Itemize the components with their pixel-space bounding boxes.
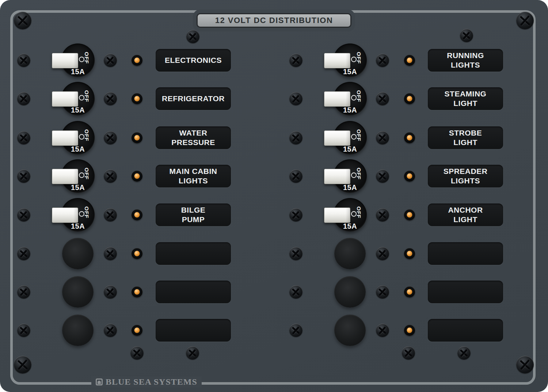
circuit-breaker[interactable]: OFF 15A	[333, 159, 367, 193]
panel-title: 12 VOLT DC DISTRIBUTION	[197, 13, 351, 28]
circuit-breaker[interactable]: OFF 15A	[61, 43, 95, 77]
circuit-label: RUNNING LIGHTS	[428, 49, 503, 72]
indicator-led	[132, 93, 142, 104]
indicator-led	[404, 325, 415, 336]
mounting-screw	[376, 54, 389, 67]
mounting-screw	[186, 346, 199, 359]
mounting-screw	[289, 54, 302, 67]
breaker-toggle[interactable]	[324, 91, 350, 107]
circuit-label: STROBE LIGHT	[428, 126, 503, 149]
breaker-rating: 15A	[333, 106, 367, 114]
mounting-screw	[376, 324, 389, 337]
breaker-toggle[interactable]	[52, 208, 78, 223]
mounting-screw	[376, 170, 389, 183]
breaker-rating: 15A	[61, 106, 95, 114]
circuit-label: STEAMING LIGHT	[428, 87, 503, 110]
mounting-screw	[457, 346, 471, 359]
mounting-screw	[289, 170, 302, 183]
circuit-breaker[interactable]: OFF 15A	[333, 198, 367, 232]
mounting-screw	[376, 92, 389, 105]
breaker-toggle[interactable]	[52, 91, 78, 107]
mounting-screw	[460, 29, 473, 42]
edge-screw	[17, 285, 30, 298]
blue-sea-logo-icon	[96, 378, 103, 385]
blank-breaker-cap	[334, 238, 366, 269]
blank-circuit-label	[428, 319, 503, 342]
breaker-state-label: OFF	[84, 52, 90, 68]
circuit-label: WATER PRESSURE	[156, 126, 231, 149]
breaker-rating: 15A	[333, 183, 367, 192]
indicator-led	[132, 209, 142, 220]
blank-circuit-label	[156, 281, 231, 303]
distribution-panel: 12 VOLT DC DISTRIBUTION OFF 15A ELECTRON…	[0, 0, 548, 392]
breaker-state-label: OFF	[84, 168, 90, 184]
breaker-toggle[interactable]	[324, 169, 350, 184]
mounting-screw	[376, 131, 389, 144]
breaker-rating: 15A	[61, 222, 95, 231]
indicator-led	[132, 55, 142, 66]
circuit-breaker[interactable]: OFF 15A	[61, 159, 95, 193]
indicator-led	[404, 286, 415, 297]
mounting-screw	[104, 208, 117, 221]
mounting-screw	[289, 208, 302, 221]
breaker-toggle[interactable]	[324, 53, 350, 68]
breaker-toggle[interactable]	[324, 208, 350, 223]
indicator-led	[132, 132, 142, 143]
mounting-screw	[289, 92, 302, 105]
blank-breaker-cap	[62, 238, 94, 269]
indicator-led	[132, 171, 142, 182]
circuit-label: ELECTRONICS	[156, 49, 231, 72]
corner-screw	[516, 12, 534, 29]
indicator-led	[404, 132, 415, 143]
breaker-state-label: OFF	[84, 129, 90, 145]
mounting-screw	[289, 324, 302, 337]
blank-circuit-label	[156, 319, 231, 342]
breaker-state-label: OFF	[356, 52, 362, 68]
mounting-screw	[104, 247, 117, 260]
indicator-led	[404, 248, 415, 259]
breaker-toggle[interactable]	[52, 53, 78, 68]
breaker-rating: 15A	[333, 145, 367, 153]
blank-breaker-cap	[334, 315, 366, 346]
mounting-screw	[104, 324, 117, 337]
mounting-screw	[289, 247, 302, 260]
breaker-toggle[interactable]	[52, 130, 78, 146]
mounting-screw	[104, 54, 117, 67]
circuit-label: BILGE PUMP	[156, 203, 231, 226]
breaker-rating: 15A	[61, 68, 95, 76]
breaker-rating: 15A	[61, 145, 95, 153]
mounting-screw	[186, 30, 199, 43]
circuit-label: MAIN CABIN LIGHTS	[156, 165, 231, 187]
circuit-breaker[interactable]: OFF 15A	[333, 43, 367, 77]
breaker-rating: 15A	[61, 183, 95, 192]
breaker-state-label: OFF	[84, 90, 90, 106]
indicator-led	[132, 325, 142, 336]
edge-screw	[17, 247, 30, 260]
circuit-breaker[interactable]: OFF 15A	[333, 121, 367, 155]
blank-breaker-cap	[62, 276, 94, 308]
mounting-screw	[289, 285, 302, 298]
edge-screw	[17, 131, 30, 144]
edge-screw	[17, 92, 30, 105]
indicator-led	[404, 55, 415, 66]
breaker-toggle[interactable]	[324, 130, 350, 146]
mounting-screw	[104, 92, 117, 105]
circuit-breaker[interactable]: OFF 15A	[61, 198, 95, 232]
blank-circuit-label	[428, 242, 503, 265]
edge-screw	[17, 54, 30, 67]
mounting-screw	[402, 346, 415, 359]
breaker-rating: 15A	[333, 222, 367, 231]
circuit-breaker[interactable]: OFF 15A	[333, 82, 367, 115]
indicator-led	[404, 171, 415, 182]
corner-screw	[14, 12, 31, 29]
circuit-label: REFRIGERATOR	[156, 87, 231, 110]
breaker-toggle[interactable]	[52, 169, 78, 184]
edge-screw	[17, 324, 30, 337]
indicator-led	[132, 286, 142, 297]
mounting-screw	[104, 131, 117, 144]
blank-circuit-label	[156, 242, 231, 265]
circuit-breaker[interactable]: OFF 15A	[61, 82, 95, 115]
blank-breaker-cap	[62, 315, 94, 346]
circuit-breaker[interactable]: OFF 15A	[61, 121, 95, 155]
edge-screw	[17, 170, 30, 183]
